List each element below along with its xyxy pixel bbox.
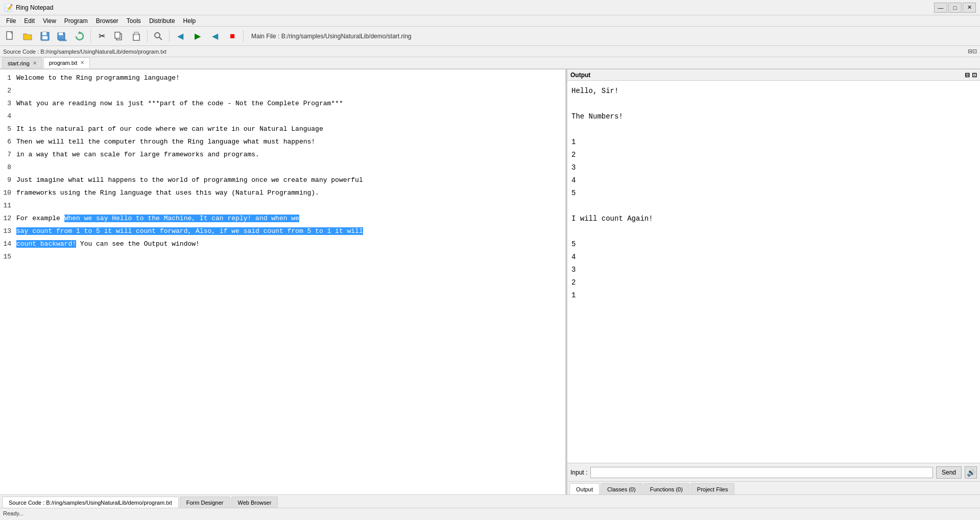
output-wrapper: Output ⊟ ⊡ Hello, Sir!The Numbers!12345I…: [567, 69, 980, 494]
list-item: 3: [571, 161, 976, 174]
table-row: 4: [0, 110, 565, 123]
new-button[interactable]: [2, 29, 18, 44]
svg-rect-6: [59, 40, 66, 41]
save-button[interactable]: [37, 29, 53, 44]
source-header: Source Code : B:/ring/samples/UsingNatur…: [0, 46, 980, 57]
editor-tab-bar: start.ring ✕ program.txt ✕: [0, 57, 980, 69]
table-row: 9Just imagine what will happens to the w…: [0, 174, 565, 186]
list-item: [571, 200, 976, 212]
list-item: I will count Again!: [571, 212, 976, 225]
open-button[interactable]: [19, 29, 36, 44]
output-header-icons: ⊟ ⊡: [965, 72, 977, 79]
table-row: 8: [0, 161, 565, 174]
source-header-icons[interactable]: ⊟⊡: [968, 48, 977, 55]
menu-distribute[interactable]: Distribute: [145, 16, 179, 26]
paste-button[interactable]: [128, 29, 145, 44]
save-all-button[interactable]: [54, 29, 70, 44]
content-row: 1Welcome to the Ring programming languag…: [0, 69, 980, 494]
list-item: [571, 123, 976, 136]
list-item: 4: [571, 174, 976, 187]
list-item: [571, 225, 976, 238]
output-action-icon[interactable]: 🔊: [965, 466, 977, 479]
prev-button[interactable]: ◀: [172, 29, 188, 44]
list-item: [571, 98, 976, 110]
copy-button[interactable]: [111, 29, 127, 44]
table-row: 6Then we will tell the computer through …: [0, 135, 565, 148]
reload-button[interactable]: [71, 29, 88, 44]
list-item: The Numbers!: [571, 110, 976, 123]
svg-rect-2: [42, 32, 46, 35]
run-button[interactable]: ▶: [189, 29, 206, 44]
table-row: 11: [0, 199, 565, 212]
menu-view[interactable]: View: [39, 16, 60, 26]
status-source-tab[interactable]: Source Code : B:/ring/samples/UsingNatur…: [2, 497, 179, 508]
menu-file[interactable]: File: [2, 16, 20, 26]
output-tab-2[interactable]: Functions (0): [643, 483, 689, 494]
tab-start-ring[interactable]: start.ring ✕: [2, 57, 42, 68]
svg-point-12: [155, 33, 160, 38]
table-row: 14count backward! You can see the Output…: [0, 238, 565, 250]
list-item: 2: [571, 276, 976, 289]
minimize-button[interactable]: —: [934, 3, 947, 13]
list-item: 1: [571, 136, 976, 149]
menu-help[interactable]: Help: [179, 16, 200, 26]
output-input-field[interactable]: [590, 467, 933, 478]
menu-browser[interactable]: Browser: [92, 16, 123, 26]
title-bar-buttons: — □ ✕: [934, 3, 976, 13]
next-button[interactable]: ◀: [207, 29, 223, 44]
toolbar: ✂ ◀ ▶ ◀ ⏹ Main File : B:/ring/samples/Us…: [0, 27, 980, 46]
send-button[interactable]: Send: [936, 466, 962, 479]
list-item: 5: [571, 187, 976, 200]
output-content: Hello, Sir!The Numbers!12345I will count…: [567, 81, 980, 463]
svg-rect-3: [42, 36, 47, 39]
output-tab-1[interactable]: Classes (0): [601, 483, 642, 494]
list-item: 1: [571, 289, 976, 302]
bottom-tabs: Source Code : B:/ring/samples/UsingNatur…: [0, 494, 980, 508]
svg-rect-11: [134, 32, 138, 35]
toolbar-sep-2: [147, 30, 148, 42]
main-file-label: Main File : B:/ring/samples/UsingNatural…: [251, 33, 411, 40]
toolbar-sep-4: [243, 30, 244, 42]
tab-close-program-txt[interactable]: ✕: [80, 60, 84, 65]
editor-wrapper: 1Welcome to the Ring programming languag…: [0, 69, 567, 494]
output-tab-3[interactable]: Project Files: [690, 483, 735, 494]
title-bar-text: Ring Notepad: [16, 4, 934, 11]
output-input-bar: Input : Send 🔊: [567, 463, 980, 481]
table-row: 2: [0, 84, 565, 97]
list-item: 5: [571, 238, 976, 251]
status-text: Ready...: [3, 510, 23, 516]
menu-program[interactable]: Program: [60, 16, 92, 26]
table-row: 10frameworks using the Ring language tha…: [0, 186, 565, 199]
list-item: 2: [571, 149, 976, 161]
tab-close-start-ring[interactable]: ✕: [33, 60, 37, 66]
output-maximize-icon[interactable]: ⊡: [972, 72, 977, 79]
web-browser-tab[interactable]: Web Browser: [231, 497, 278, 508]
table-row: 5It is the natural part of our code wher…: [0, 123, 565, 135]
output-input-label: Input :: [570, 469, 587, 476]
find-button[interactable]: [150, 29, 166, 44]
full-area: start.ring ✕ program.txt ✕ 1Welcome to t…: [0, 57, 980, 508]
tab-program-txt[interactable]: program.txt ✕: [43, 57, 90, 68]
list-item: 4: [571, 251, 976, 264]
menu-tools[interactable]: Tools: [123, 16, 145, 26]
svg-line-13: [159, 37, 162, 40]
table-row: 7in a way that we can scale for large fr…: [0, 148, 565, 161]
title-bar: 📝 Ring Notepad — □ ✕: [0, 0, 980, 15]
output-minimize-icon[interactable]: ⊟: [965, 72, 970, 79]
close-button[interactable]: ✕: [963, 3, 976, 13]
maximize-button[interactable]: □: [948, 3, 962, 13]
output-header: Output ⊟ ⊡: [567, 69, 980, 81]
output-tab-0[interactable]: Output: [569, 483, 600, 494]
toolbar-sep-3: [169, 30, 170, 42]
editor-area[interactable]: 1Welcome to the Ring programming languag…: [0, 69, 566, 494]
form-designer-tab[interactable]: Form Designer: [180, 497, 230, 508]
output-bottom-tabs: OutputClasses (0)Functions (0)Project Fi…: [567, 481, 980, 494]
status-bar: Ready...: [0, 508, 980, 518]
stop-button[interactable]: ⏹: [224, 29, 241, 44]
list-item: Hello, Sir!: [571, 85, 976, 98]
table-row: 15: [0, 250, 565, 263]
table-row: 1Welcome to the Ring programming languag…: [0, 72, 565, 84]
menu-edit[interactable]: Edit: [20, 16, 39, 26]
cut-button[interactable]: ✂: [93, 29, 110, 44]
table-row: 12For example When we say Hello to the M…: [0, 212, 565, 225]
